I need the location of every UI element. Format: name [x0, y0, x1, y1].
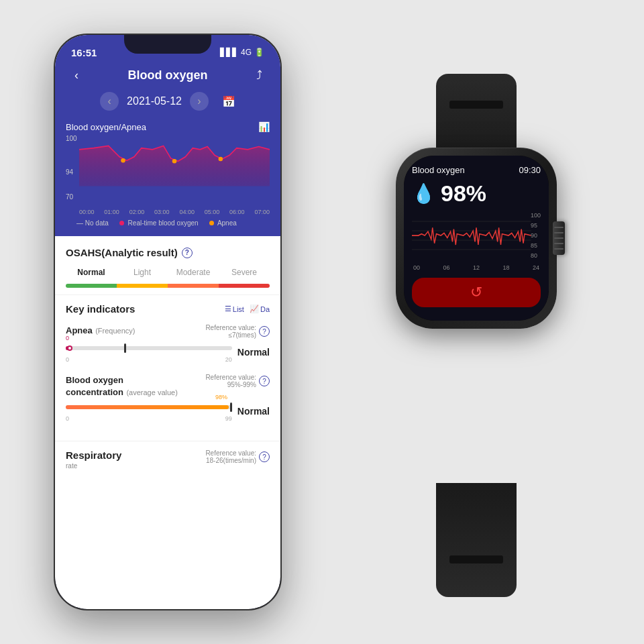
apnea-marker: [124, 343, 126, 353]
key-indicators-header: Key indicators ☰ List 📈 Da: [66, 303, 270, 315]
apnea-bar-wrapper: 0 0 20: [66, 341, 232, 363]
respiratory-sub: rate: [66, 462, 121, 470]
chart-container: 100 94 70: [66, 135, 270, 215]
blood-conc-bar-container: 98%: [66, 400, 232, 414]
share-button[interactable]: ⤴: [248, 68, 270, 83]
osahs-title: OSAHS(Analytic result) ?: [66, 247, 270, 258]
signal-icon: ▋▋▋: [220, 48, 238, 57]
watch-content: Blood oxygen 09:30 💧 98%: [404, 156, 549, 321]
apnea-dot: [209, 221, 214, 225]
x-label-2: 02:00: [129, 209, 145, 215]
blood-oxygen-chart: [79, 135, 270, 205]
calendar-button[interactable]: 📅: [222, 95, 235, 108]
legend-realtime: Real-time blood oxygen: [119, 219, 199, 227]
app-title: Blood oxygen: [87, 68, 248, 83]
blood-conc-value-label: 98%: [215, 394, 227, 400]
watch-title: Blood oxygen: [412, 165, 465, 175]
apnea-current-dot: [67, 345, 72, 351]
date-display: 2021-05-12: [127, 95, 182, 107]
blood-conc-row: 98% 0 99 Normal: [66, 400, 270, 422]
watch-y-80: 80: [531, 252, 541, 259]
apnea-scale-max: 20: [225, 356, 232, 363]
blood-conc-fill: [66, 405, 229, 409]
respiratory-info-icon[interactable]: ?: [259, 451, 270, 462]
osahs-info-icon[interactable]: ?: [182, 248, 193, 258]
watch-chart-area: 100 95 90 85 80: [412, 212, 541, 259]
blood-conc-info-icon[interactable]: ?: [259, 376, 270, 386]
apnea-header: Apnea (Frequency) Reference value: ≤7(ti…: [66, 324, 270, 339]
watch-crown-lines: [554, 227, 564, 250]
tab-normal[interactable]: Normal: [66, 266, 117, 278]
apnea-ref: Reference value: ≤7(times): [205, 324, 256, 339]
prev-date-button[interactable]: ‹: [100, 92, 119, 111]
blood-conc-status: Normal: [237, 406, 270, 417]
data-view-button[interactable]: 📈 Da: [250, 305, 270, 313]
watch-x-18: 18: [502, 264, 509, 271]
watch-x-06: 06: [443, 264, 449, 271]
watch-x-00: 00: [413, 264, 420, 271]
blood-conc-bar-wrapper: 98% 0 99: [66, 400, 232, 422]
blood-conc-name: Blood oxygen: [66, 375, 123, 385]
svg-point-2: [219, 157, 223, 162]
apnea-sub: (Frequency): [95, 327, 135, 335]
watch-header-row: Blood oxygen 09:30: [412, 165, 541, 175]
crown-line-5: [554, 248, 564, 250]
respiratory-section: Respiratory rate Reference value: 18-26(…: [55, 441, 280, 474]
status-time: 16:51: [71, 47, 97, 58]
bar-light: [117, 284, 168, 288]
apnea-name: Apnea: [66, 325, 93, 335]
x-label-0: 00:00: [79, 209, 95, 215]
crown-line-3: [554, 237, 564, 239]
apnea-bar-container: 0: [66, 341, 232, 355]
respiratory-title: Respiratory: [66, 449, 121, 461]
view-toggle: ☰ List 📈 Da: [225, 305, 270, 313]
app-header: ‹ Blood oxygen ⤴: [55, 64, 280, 92]
blood-conc-scale-0: 0: [66, 415, 69, 422]
blood-conc-scale: 0 99: [66, 415, 232, 422]
chart-toggle-icon[interactable]: 📊: [258, 121, 270, 132]
blood-conc-scale-max: 99: [225, 415, 232, 422]
realtime-dot: [119, 221, 124, 225]
watch-band-bottom-slot: [449, 555, 503, 564]
blood-conc-track: [66, 405, 232, 409]
chart-section: Blood oxygen/Apnea 📊 100 94 70: [55, 121, 280, 236]
refresh-icon: ↺: [470, 284, 482, 301]
tab-severe[interactable]: Severe: [219, 266, 270, 278]
severity-bar: [66, 284, 270, 288]
x-label-5: 05:00: [205, 209, 220, 215]
next-date-button[interactable]: ›: [190, 92, 209, 111]
watch-refresh-button[interactable]: ↺: [412, 278, 541, 307]
x-label-4: 04:00: [179, 209, 195, 215]
watch-y-90: 90: [531, 232, 541, 239]
apnea-scale: 0 20: [66, 356, 232, 363]
apnea-track: [66, 346, 232, 350]
chart-label: Blood oxygen/Apnea: [66, 122, 146, 132]
date-nav: ‹ 2021-05-12 › 📅: [55, 92, 280, 121]
watch-case: Blood oxygen 09:30 💧 98%: [396, 148, 557, 329]
blood-conc-marker: [230, 402, 232, 412]
watch-band-bottom: [436, 483, 517, 597]
phone-screen: 16:51 ▋▋▋ 4G 🔋 ‹ Blood oxygen ⤴ ‹ 2021-0…: [55, 35, 280, 609]
blood-conc-ref: Reference value: 95%-99%: [205, 374, 256, 388]
watch-chart-right-labels: 100 95 90 85 80: [531, 212, 541, 259]
list-view-button[interactable]: ☰ List: [225, 305, 244, 313]
bar-severe: [219, 284, 270, 288]
smartwatch: Blood oxygen 09:30 💧 98%: [369, 74, 584, 597]
back-button[interactable]: ‹: [66, 68, 87, 83]
watch-ecg-chart: [412, 212, 541, 259]
tab-moderate[interactable]: Moderate: [168, 266, 219, 278]
watch-screen: Blood oxygen 09:30 💧 98%: [404, 156, 549, 321]
phone-notch: [124, 35, 211, 54]
battery-icon: 🔋: [254, 48, 264, 57]
scene: 16:51 ▋▋▋ 4G 🔋 ‹ Blood oxygen ⤴ ‹ 2021-0…: [34, 20, 610, 624]
apnea-info-icon[interactable]: ?: [259, 326, 270, 337]
crown-line-4: [554, 243, 564, 244]
x-label-6: 06:00: [229, 209, 245, 215]
severity-tabs: Normal Light Moderate Severe: [66, 266, 270, 278]
chart-y-top: 100: [66, 135, 77, 142]
blood-drop-icon: 💧: [412, 184, 435, 203]
blood-conc-indicator: Blood oxygen concentration (average valu…: [66, 374, 270, 422]
phone: 16:51 ▋▋▋ 4G 🔋 ‹ Blood oxygen ⤴ ‹ 2021-0…: [54, 34, 282, 610]
tab-light[interactable]: Light: [117, 266, 168, 278]
legend-no-data: — No data: [76, 219, 109, 227]
